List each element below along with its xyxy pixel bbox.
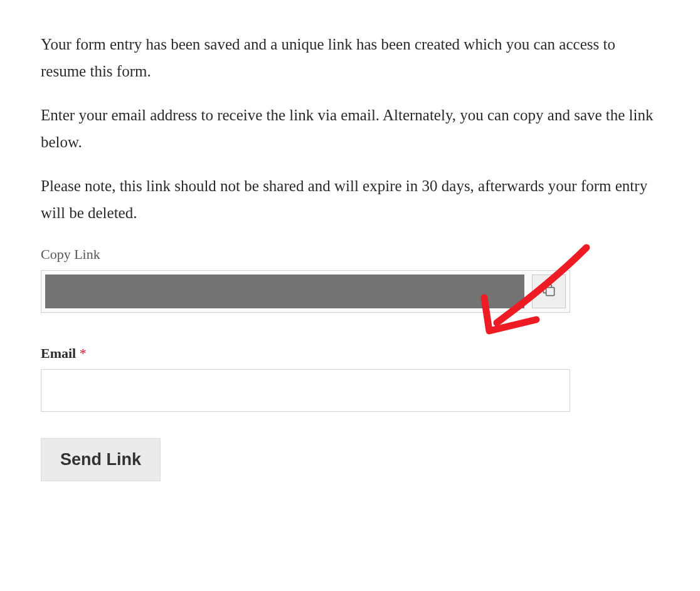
copy-link-input[interactable] — [45, 275, 524, 308]
copy-button[interactable] — [532, 275, 566, 308]
svg-rect-0 — [546, 288, 554, 296]
intro-paragraph-3: Please note, this link should not be sha… — [41, 173, 659, 226]
email-label: Email * — [41, 345, 659, 362]
copy-icon — [541, 282, 557, 301]
copy-link-container — [41, 270, 570, 313]
copy-link-label: Copy Link — [41, 246, 659, 263]
email-label-text: Email — [41, 345, 76, 361]
send-link-button[interactable]: Send Link — [41, 438, 161, 481]
copy-link-field: Copy Link — [41, 246, 659, 313]
email-input[interactable] — [41, 369, 570, 412]
intro-paragraph-2: Enter your email address to receive the … — [41, 102, 659, 155]
intro-paragraph-1: Your form entry has been saved and a uni… — [41, 31, 659, 85]
required-mark: * — [80, 345, 87, 361]
email-field: Email * — [41, 345, 659, 412]
